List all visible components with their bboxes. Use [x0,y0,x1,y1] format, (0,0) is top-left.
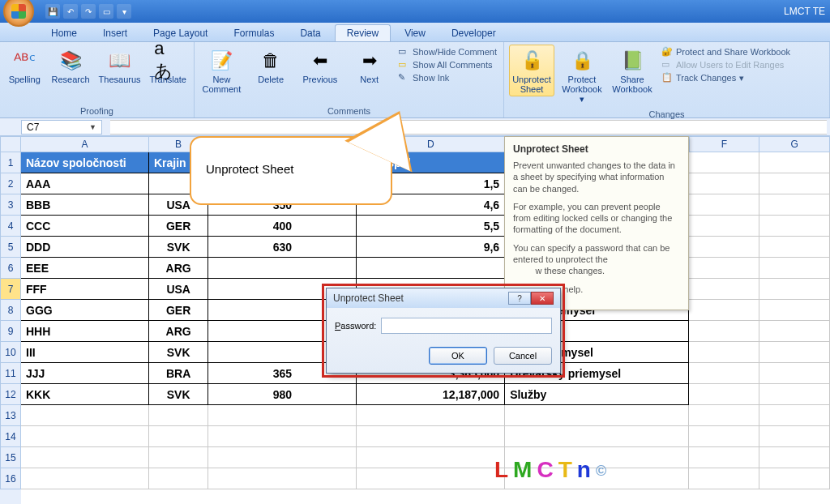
cell-D5[interactable]: 9,6 [357,237,505,258]
cell-G7[interactable] [759,279,830,300]
row-header-5[interactable]: 5 [0,237,21,258]
col-header-A[interactable]: A [21,136,149,152]
cell-G4[interactable] [759,216,830,237]
qat-save-icon[interactable]: 💾 [45,4,60,19]
cell-A11[interactable]: JJJ [21,363,149,384]
dialog-titlebar[interactable]: Unprotect Sheet ? ✕ [327,288,560,308]
cell-C16[interactable] [208,468,357,489]
cell-A6[interactable]: EEE [21,258,149,279]
qat-custom-icon[interactable]: ▾ [117,4,131,19]
row-header-3[interactable]: 3 [0,194,21,216]
row-header-6[interactable]: 6 [0,258,21,279]
cell-B15[interactable] [149,447,208,468]
cell-F9[interactable] [689,321,759,342]
chevron-down-icon[interactable]: ▼ [89,123,96,131]
row-header-10[interactable]: 10 [0,342,21,363]
cell-B9[interactable]: ARG [149,321,208,342]
delete-comment-button[interactable]: 🗑Delete [249,45,293,87]
cell-B11[interactable]: BRA [149,363,208,384]
cell-F7[interactable] [689,279,759,300]
row-header-1[interactable]: 1 [0,152,21,173]
row-header-2[interactable]: 2 [0,173,21,194]
thesaurus-button[interactable]: 📖Thesaurus [97,45,143,87]
cell-C12[interactable]: 980 [208,384,357,405]
translate-button[interactable]: aあTranslate [148,45,189,87]
row-header-13[interactable]: 13 [0,405,21,426]
unprotect-sheet-button[interactable]: 🔓Unprotect Sheet [509,45,554,96]
col-header-G[interactable]: G [759,136,830,152]
cell-G11[interactable] [759,363,830,384]
password-input[interactable] [381,318,552,334]
cell-F15[interactable] [689,447,759,468]
research-button[interactable]: 📚Research [49,45,92,87]
cell-F2[interactable] [689,173,759,194]
cell-A16[interactable] [21,468,149,489]
cell-F4[interactable] [689,216,759,237]
cell-A1[interactable]: Názov spoločnosti [21,152,149,173]
cell-A2[interactable]: AAA [21,173,149,194]
tab-insert[interactable]: Insert [91,24,139,41]
cell-C13[interactable] [208,405,357,426]
row-header-8[interactable]: 8 [0,300,21,321]
dialog-help-button[interactable]: ? [508,292,531,305]
track-changes[interactable]: 📋Track Changes ▾ [661,72,790,83]
cell-D4[interactable]: 5,5 [357,216,505,237]
cell-B4[interactable]: GER [149,216,208,237]
cell-G6[interactable] [759,258,830,279]
cell-B12[interactable]: SVK [149,384,208,405]
cell-D15[interactable] [357,447,505,468]
cell-B10[interactable]: SVK [149,342,208,363]
cell-A10[interactable]: III [21,342,149,363]
cell-G2[interactable] [759,173,830,194]
protect-share-workbook[interactable]: 🔐Protect and Share Workbook [661,46,790,58]
cell-E13[interactable] [505,405,689,426]
row-header-16[interactable]: 16 [0,468,21,489]
cell-F6[interactable] [689,258,759,279]
cell-A15[interactable] [21,447,149,468]
cell-D6[interactable] [357,258,505,279]
cell-D12[interactable]: 12,187,000 [357,384,505,405]
cell-A12[interactable]: KKK [21,384,149,405]
col-header-F[interactable]: F [690,136,760,152]
tab-review[interactable]: Review [335,24,391,41]
cell-G9[interactable] [759,321,830,342]
cell-A4[interactable]: CCC [21,216,149,237]
cell-G5[interactable] [759,237,830,258]
row-header-15[interactable]: 15 [0,447,21,468]
cell-E12[interactable]: Služby [505,384,689,405]
cell-G10[interactable] [759,342,830,363]
show-ink[interactable]: ✎Show Ink [398,72,497,83]
qat-redo-icon[interactable]: ↷ [81,4,96,19]
cell-A8[interactable]: GGG [21,300,149,321]
cell-F10[interactable] [689,342,759,363]
cell-F11[interactable] [689,363,759,384]
cell-A13[interactable] [21,405,149,426]
cell-G1[interactable] [759,152,830,173]
cell-C4[interactable]: 400 [208,216,357,237]
cell-F14[interactable] [689,426,759,447]
qat-print-icon[interactable]: ▭ [99,4,113,19]
row-header-12[interactable]: 12 [0,384,21,405]
tab-formulas[interactable]: Formulas [221,24,286,41]
row-header-7[interactable]: 7 [0,279,21,300]
cell-F3[interactable] [689,194,759,216]
formula-input[interactable] [110,120,827,135]
new-comment-button[interactable]: 📝New Comment [199,45,244,96]
cell-C5[interactable]: 630 [208,237,357,258]
tab-home[interactable]: Home [39,24,89,41]
protect-workbook-button[interactable]: 🔒Protect Workbook ▾ [559,45,605,106]
cell-E14[interactable] [505,426,689,447]
share-workbook-button[interactable]: 📗Share Workbook [610,45,655,96]
tab-developer[interactable]: Developer [439,24,508,41]
ok-button[interactable]: OK [429,347,487,365]
tab-view[interactable]: View [392,24,438,41]
cell-B8[interactable]: GER [149,300,208,321]
cell-C14[interactable] [208,426,357,447]
qat-undo-icon[interactable]: ↶ [63,4,78,19]
showall-comments[interactable]: ▭Show All Comments [398,59,497,70]
name-box[interactable]: C7▼ [21,120,102,135]
cell-C6[interactable] [208,258,357,279]
cell-B7[interactable]: USA [149,279,208,300]
cell-F5[interactable] [689,237,759,258]
cell-G3[interactable] [759,194,830,216]
